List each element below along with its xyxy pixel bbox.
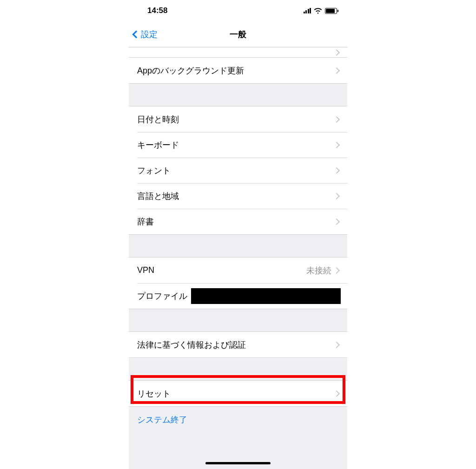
chevron-right-icon (333, 116, 340, 122)
chevron-right-icon (333, 49, 340, 55)
status-time: 14:58 (147, 6, 167, 15)
row-dictionary[interactable]: 辞書 (129, 209, 347, 234)
redacted-box (191, 288, 341, 304)
chevron-right-icon (333, 341, 340, 348)
row-shutdown[interactable]: システム終了 (129, 407, 347, 433)
row-label: 日付と時刻 (137, 114, 334, 125)
row-label: システム終了 (137, 414, 339, 425)
chevron-right-icon (333, 141, 340, 148)
row-profile[interactable]: プロファイル (129, 283, 347, 309)
row-label: 辞書 (137, 216, 334, 227)
row-label: キーボード (137, 139, 334, 151)
row-legal[interactable]: 法律に基づく情報および認証 (129, 332, 347, 357)
page-title: 一般 (230, 29, 246, 40)
group-network: VPN 未接続 プロファイル (129, 257, 347, 309)
chevron-right-icon (333, 218, 340, 225)
row-label: プロファイル (137, 291, 187, 302)
group-system-prefs: 日付と時刻 キーボード フォント 言語と地域 辞書 (129, 106, 347, 235)
group-legal: 法律に基づく情報および認証 (129, 331, 347, 358)
row-label: VPN (137, 265, 306, 275)
chevron-right-icon (333, 67, 340, 73)
nav-bar: 設定 一般 (129, 21, 347, 47)
row-label: 言語と地域 (137, 191, 334, 202)
row-label: フォント (137, 165, 334, 176)
row-iphone-storage-cutoff[interactable] (129, 47, 347, 58)
back-button[interactable]: 設定 (133, 29, 158, 40)
row-reset[interactable]: リセット (129, 381, 347, 406)
row-font[interactable]: フォント (129, 158, 347, 183)
battery-icon (325, 8, 337, 14)
chevron-right-icon (333, 192, 340, 199)
row-app-background-refresh[interactable]: Appのバックグラウンド更新 (129, 58, 347, 83)
row-keyboard[interactable]: キーボード (129, 132, 347, 158)
row-vpn[interactable]: VPN 未接続 (129, 258, 347, 283)
phone-frame: 14:58 設定 一般 Appのバックグラウンド更新 日付と時刻 (129, 0, 347, 469)
row-language-region[interactable]: 言語と地域 (129, 183, 347, 209)
back-label: 設定 (141, 29, 158, 40)
wifi-icon (314, 8, 322, 14)
vpn-status: 未接続 (306, 265, 331, 276)
row-label: リセット (137, 388, 334, 399)
chevron-right-icon (333, 390, 340, 396)
group-reset: リセット (129, 380, 347, 407)
row-label: Appのバックグラウンド更新 (137, 65, 334, 76)
status-bar: 14:58 (129, 0, 347, 21)
settings-content: Appのバックグラウンド更新 日付と時刻 キーボード フォント 言語と地域 (129, 47, 347, 433)
group-background: Appのバックグラウンド更新 (129, 58, 347, 84)
status-icons (304, 8, 337, 14)
row-label: 法律に基づく情報および認証 (137, 339, 334, 350)
chevron-left-icon (132, 30, 140, 38)
chevron-right-icon (333, 267, 340, 273)
cellular-signal-icon (304, 8, 311, 13)
row-date-time[interactable]: 日付と時刻 (129, 106, 347, 132)
home-indicator[interactable] (205, 462, 271, 464)
chevron-right-icon (333, 167, 340, 173)
